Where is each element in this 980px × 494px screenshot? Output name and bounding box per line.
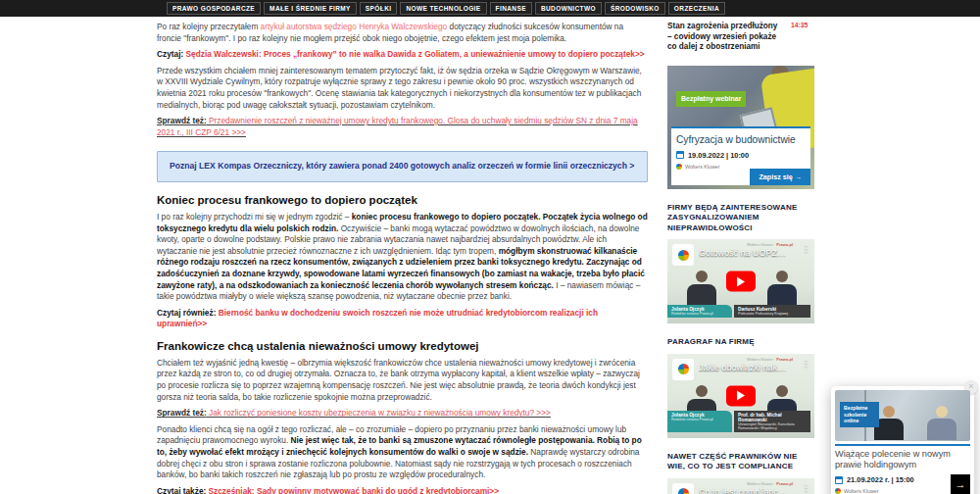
speaker-tags: Jolanta Ojczyk Redaktor serwisu Prawo.pl… bbox=[667, 411, 814, 432]
speaker-tag: Prof. dr hab. Michał Romanowski Uniwersy… bbox=[734, 411, 810, 432]
wolters-kluwer-watermark-icon bbox=[672, 244, 694, 266]
video-backdrop-brands: Wolters Kluwer · Prawo.pl bbox=[747, 481, 793, 486]
speaker-tag: Dariusz Kuberski Prokurator Prokuratury … bbox=[734, 305, 810, 318]
page: PRAWO GOSPODARCZE MAŁE I ŚREDNIE FIRMY S… bbox=[0, 0, 980, 494]
lex-kompas-banner[interactable]: Poznaj LEX Kompas Orzeczniczy, który zaw… bbox=[157, 151, 648, 182]
video-embed-uopz[interactable]: Wolters Kluwer · Prawo.pl Gotowość na UO… bbox=[667, 239, 814, 323]
video-person-right bbox=[765, 271, 799, 310]
calendar-icon bbox=[676, 151, 684, 159]
speaker-tag: Jolanta Ojczyk Redaktor serwisu Prawo.pl bbox=[667, 411, 732, 432]
nav-item-male-srednie-firmy[interactable]: MAŁE I ŚREDNIE FIRMY bbox=[264, 2, 357, 15]
video-person-left bbox=[685, 271, 718, 310]
article-link-rozliczenie-kosztow[interactable]: Jak rozliczyć poniesione koszty ubezpiec… bbox=[209, 408, 551, 418]
check-also-line: Sprawdź też: Jak rozliczyć poniesione ko… bbox=[157, 408, 648, 420]
article-link-przedawnienie[interactable]: Przedawnienie roszczeń z nieważnej umowy… bbox=[157, 116, 638, 137]
video-title: Gotowość na UOPZ… bbox=[699, 248, 801, 258]
sidebar-heading-compliance[interactable]: NAWET CZĘŚĆ PRAWNIKÓW NIE WIE, CO TO JES… bbox=[667, 452, 814, 472]
read-label: Czytaj: bbox=[157, 49, 183, 59]
popup-person-right bbox=[925, 406, 958, 441]
popup-body: Wiążące polecenie w nowym prawie holding… bbox=[835, 444, 970, 494]
video-backdrop-brands: Wolters Kluwer · Prawo.pl bbox=[747, 242, 793, 247]
nav-item-prawo-gospodarcze[interactable]: PRAWO GOSPODARCZE bbox=[167, 2, 261, 15]
play-button[interactable] bbox=[726, 272, 756, 292]
article-paragraph: Przede wszystkim chciałem mniej zaintere… bbox=[157, 66, 648, 111]
popup-title: Wiążące polecenie w nowym prawie holding… bbox=[835, 449, 970, 470]
play-button[interactable] bbox=[726, 385, 756, 406]
sidebar-heading-uopz[interactable]: FIRMY BĘDĄ ZAINTERESOWANE ZASYGNALIZOWAN… bbox=[667, 203, 814, 234]
read-label: Czytaj również: bbox=[157, 308, 216, 318]
read-more-line: Czytaj: Sędzia Walczewski: Proces „frank… bbox=[157, 49, 648, 61]
nav-item-srodowisko[interactable]: ŚRODOWISKO bbox=[605, 2, 665, 15]
article-link-biernosc-banku[interactable]: Bierność banku w dochodzeniu swoich rosz… bbox=[157, 308, 598, 329]
sidebar: Stan zagrożenia przedłużony – covidowy w… bbox=[667, 22, 814, 494]
news-title: Stan zagrożenia przedłużony – covidowy w… bbox=[667, 22, 783, 53]
read-label: Czytaj także: bbox=[157, 486, 206, 494]
wolters-kluwer-logo-icon bbox=[835, 488, 841, 494]
popup-brand: Wolters Kluwer bbox=[844, 488, 879, 494]
sidebar-news-item[interactable]: Stan zagrożenia przedłużony – covidowy w… bbox=[667, 22, 814, 53]
section-heading-frankowicze: Frankowicze chcą ustalenia nieważności u… bbox=[157, 340, 648, 353]
webinar-badge: Bezpłatny webinar bbox=[676, 91, 746, 108]
sidebar-heading-paragraf[interactable]: PARAGRAF NA FIRMĘ bbox=[667, 337, 814, 348]
play-icon bbox=[737, 391, 745, 401]
kebab-menu-icon[interactable]: ⋮ bbox=[802, 358, 810, 368]
news-time: 14:35 bbox=[791, 22, 808, 53]
kebab-menu-icon[interactable]: ⋮ bbox=[802, 482, 810, 492]
popup-photo: Bezpłatne szkolenie online bbox=[835, 390, 970, 441]
nav-item-orzeczenia[interactable]: ORZECZENIA bbox=[668, 2, 725, 15]
popup-arrow-button[interactable]: → bbox=[951, 474, 970, 494]
article-paragraph: I po raz kolejny przychodzi mi się w jed… bbox=[157, 212, 648, 303]
check-label: Sprawdź też: bbox=[157, 408, 207, 418]
webinar-date: 19.09.2022 | 10:00 bbox=[688, 151, 749, 160]
webinar-signup-button[interactable]: Zapisz się → bbox=[750, 169, 810, 185]
section-heading-koniec-procesu: Koniec procesu frankowego to dopiero poc… bbox=[157, 194, 648, 207]
video-title: Jakie obowiązki nak… bbox=[699, 363, 801, 372]
wolters-kluwer-watermark-icon bbox=[672, 359, 694, 380]
webinar-brand: Wolters Kluwer bbox=[685, 164, 720, 170]
play-icon bbox=[737, 276, 745, 286]
video-embed-paragraf[interactable]: Wolters Kluwer · Prawo.pl Jakie obowiązk… bbox=[667, 354, 814, 438]
promo-popup[interactable]: × Bezpłatne szkolenie online Wiążące pol… bbox=[831, 386, 974, 494]
webinar-ad[interactable]: Bezpłatny webinar Cyfryzacja w budownict… bbox=[667, 66, 814, 189]
top-navigation: PRAWO GOSPODARCZE MAŁE I ŚREDNIE FIRMY S… bbox=[0, 0, 980, 17]
read-more-line: Czytaj również: Bierność banku w dochodz… bbox=[157, 308, 648, 330]
kebab-menu-icon[interactable]: ⋮ bbox=[802, 243, 810, 253]
check-label: Sprawdź też: bbox=[157, 116, 207, 125]
article-paragraph: Chciałem też wyjaśnić jedną kwestię – ol… bbox=[157, 358, 648, 403]
nav-item-nowe-technologie[interactable]: NOWE TECHNOLOGIE bbox=[400, 2, 486, 15]
article-paragraph: Ponadto klienci chcą się na ogół z tego … bbox=[157, 424, 648, 481]
wolters-kluwer-logo-icon bbox=[676, 164, 682, 170]
webinar-date-row: 19.09.2022 | 10:00 bbox=[676, 151, 806, 160]
nav-item-budownictwo[interactable]: BUDOWNICTWO bbox=[535, 2, 602, 15]
video-title: Co to jest complianc… bbox=[699, 487, 801, 494]
article-link-szczesniak[interactable]: Szcześniak: Sądy powinny motywować banki… bbox=[209, 486, 499, 494]
article-link-walczewski[interactable]: Sędzia Walczewski: Proces „frankowy” to … bbox=[186, 49, 645, 59]
check-also-line: Sprawdź też: Przedawnienie roszczeń z ni… bbox=[157, 116, 648, 138]
webinar-title: Cyfryzacja w budownictwie bbox=[676, 134, 806, 146]
calendar-icon bbox=[835, 476, 843, 484]
webinar-card: Cyfryzacja w budownictwie 19.09.2022 | 1… bbox=[671, 126, 810, 185]
article-paragraph: Po raz kolejny przeczytałem artykuł auto… bbox=[157, 22, 648, 44]
video-embed-compliance[interactable]: Wolters Kluwer · Prawo.pl Co to jest com… bbox=[667, 478, 814, 494]
nav-item-spolki[interactable]: SPÓŁKI bbox=[360, 2, 398, 15]
article-body: Po raz kolejny przeczytałem artykuł auto… bbox=[157, 17, 648, 494]
nav-item-finanse[interactable]: FINANSE bbox=[490, 2, 532, 15]
speaker-tags: Jolanta Ojczyk Redaktor serwisu Prawo.pl… bbox=[667, 305, 814, 318]
wolters-kluwer-watermark-icon bbox=[672, 483, 694, 494]
speaker-tag: Jolanta Ojczyk Redaktor serwisu Prawo.pl bbox=[667, 305, 732, 318]
read-more-line: Czytaj także: Szcześniak: Sądy powinny m… bbox=[157, 486, 648, 494]
popup-date: 21.09.2022 r. | 15:00 bbox=[847, 475, 914, 484]
video-backdrop-brands: Wolters Kluwer · Prawo.pl bbox=[747, 357, 793, 362]
popup-badge: Bezpłatne szkolenie online bbox=[840, 402, 879, 427]
